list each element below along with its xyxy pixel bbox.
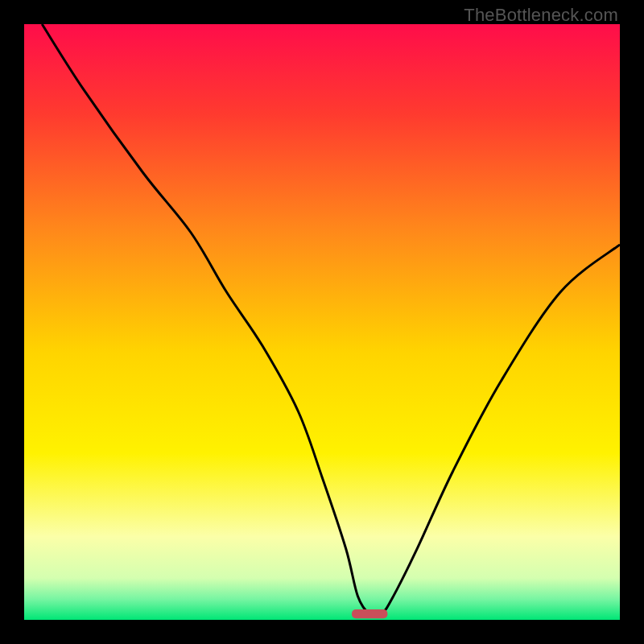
chart-frame: TheBottleneck.com [0,0,644,644]
bottleneck-curve [42,24,620,616]
optimal-marker [352,609,387,618]
plot-area [24,24,620,620]
curve-layer [24,24,620,620]
watermark-label: TheBottleneck.com [464,5,618,26]
